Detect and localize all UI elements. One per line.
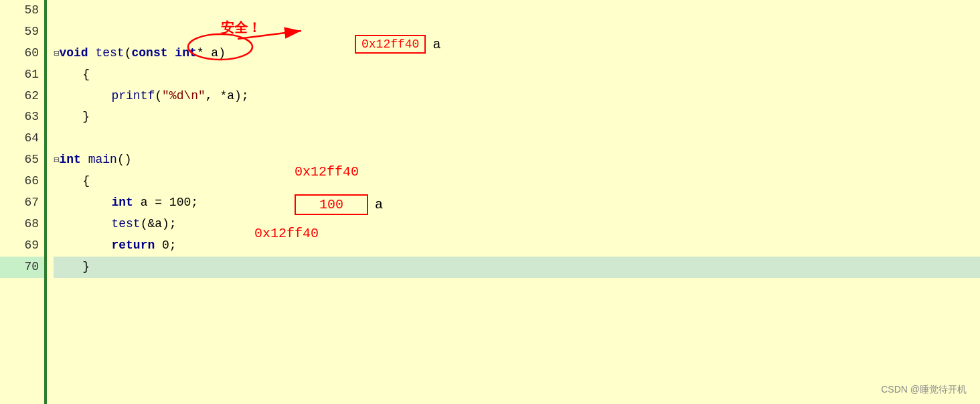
code-line-67: int a = 100;	[54, 192, 980, 214]
line-num-63: 63	[0, 107, 44, 128]
line-num-60: 60	[0, 43, 44, 64]
code-line-62: printf("%d\n", *a);	[54, 86, 980, 107]
code-container: 58 59 60 61 62 63 64 65 66 67 68 69 70 ⊟…	[0, 0, 980, 404]
line-num-65: 65	[0, 149, 44, 171]
func-printf: printf	[111, 89, 155, 103]
code-line-61: {	[54, 64, 980, 86]
num-zero: 0	[162, 239, 169, 252]
line-num-58: 58	[0, 0, 44, 21]
line-num-64: 64	[0, 128, 44, 149]
code-line-63: }	[54, 107, 980, 128]
line-numbers: 58 59 60 61 62 63 64 65 66 67 68 69 70	[0, 0, 47, 404]
csdn-watermark: CSDN @睡觉待开机	[881, 384, 967, 396]
line-num-70: 70	[0, 257, 44, 278]
func-main: main	[88, 153, 117, 166]
code-line-66: {	[54, 171, 980, 192]
keyword-const: const	[132, 46, 168, 60]
func-test: test	[95, 46, 124, 60]
line-num-62: 62	[0, 86, 44, 107]
code-line-69: return 0;	[54, 235, 980, 257]
code-line-58	[54, 0, 980, 21]
keyword-int-main: int	[59, 153, 80, 166]
str-format: "%d\n"	[162, 89, 206, 103]
line-num-66: 66	[0, 171, 44, 192]
line-num-59: 59	[0, 21, 44, 43]
code-line-70: }	[54, 257, 980, 278]
keyword-int: int	[175, 46, 196, 60]
keyword-int-a: int	[111, 196, 133, 209]
keyword-return: return	[111, 239, 155, 252]
line-num-61: 61	[0, 64, 44, 86]
code-line-68: test(&a);	[54, 214, 980, 235]
code-area: ⊟void test(const int* a) { printf("%d\n"…	[47, 0, 980, 404]
code-line-65: ⊟int main()	[54, 149, 980, 171]
num-100: 100	[169, 196, 191, 209]
code-line-64	[54, 128, 980, 149]
line-num-68: 68	[0, 214, 44, 235]
code-line-59	[54, 21, 980, 43]
line-num-69: 69	[0, 235, 44, 257]
func-test-call: test	[111, 217, 140, 230]
keyword-void: void	[59, 46, 88, 60]
code-line-60: ⊟void test(const int* a)	[54, 43, 980, 64]
line-num-67: 67	[0, 192, 44, 214]
